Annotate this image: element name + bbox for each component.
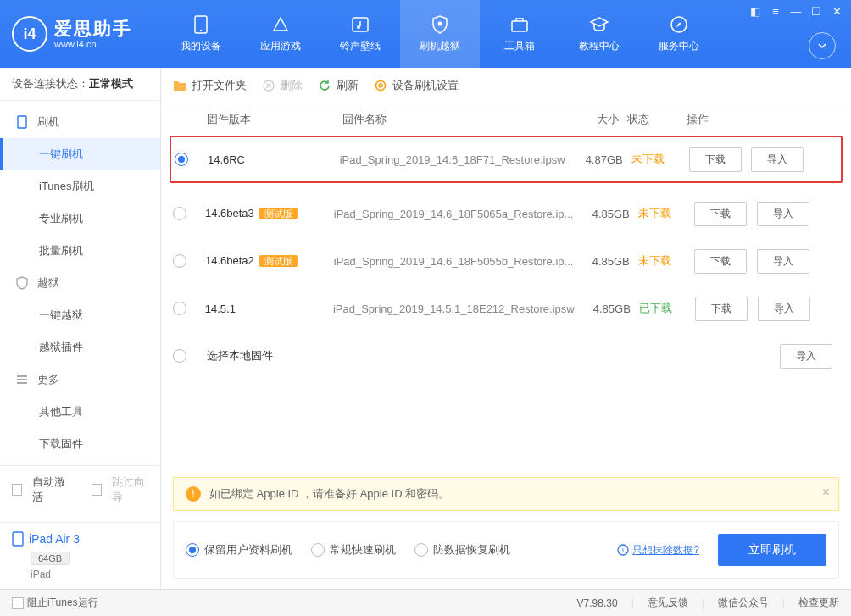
col-actions: 操作	[687, 112, 839, 127]
flash-now-button[interactable]: 立即刷机	[718, 534, 826, 566]
apps-icon	[270, 15, 291, 34]
footer-feedback[interactable]: 意见反馈	[648, 596, 688, 610]
toolbar-open-folder[interactable]: 打开文件夹	[173, 78, 247, 93]
dropdown-toggle[interactable]	[809, 32, 836, 59]
chevron-down-icon	[816, 40, 828, 52]
toolbar-refresh[interactable]: 刷新	[318, 78, 359, 93]
firmware-radio[interactable]	[173, 302, 186, 315]
erase-only-link[interactable]: i 只想抹除数据?	[617, 543, 699, 558]
nav-my-device[interactable]: 我的设备	[161, 0, 241, 68]
firmware-row[interactable]: 14.6beta3测试版 iPad_Spring_2019_14.6_18F50…	[173, 190, 839, 237]
nav-service[interactable]: 服务中心	[639, 0, 719, 68]
firmware-size: 4.85GB	[592, 255, 630, 268]
close-icon[interactable]: ×	[822, 485, 830, 500]
firmware-row[interactable]: 14.6RC iPad_Spring_2019_14.6_18F71_Resto…	[170, 136, 843, 183]
import-button[interactable]: 导入	[757, 249, 809, 274]
opt-anti-recovery[interactable]: 防数据恢复刷机	[414, 542, 510, 558]
svg-rect-5	[512, 21, 527, 31]
window-maximize-button[interactable]: ☐	[807, 3, 826, 19]
window-skin-button[interactable]: ◧	[746, 3, 765, 19]
window-minimize-button[interactable]: —	[787, 3, 805, 19]
import-button[interactable]: 导入	[757, 202, 809, 226]
sidebar-item-other-tools[interactable]: 其他工具	[0, 396, 160, 428]
window-close-button[interactable]: ✕	[827, 3, 846, 19]
skip-guide-label: 跳过向导	[112, 474, 148, 505]
download-button[interactable]: 下载	[694, 202, 747, 226]
import-button[interactable]: 导入	[780, 344, 832, 369]
toolbar-settings[interactable]: 设备刷机设置	[374, 78, 459, 93]
download-button[interactable]: 下载	[689, 147, 742, 172]
beta-badge: 测试版	[259, 208, 298, 219]
sidebar-item-batch-flash[interactable]: 批量刷机	[0, 235, 160, 267]
window-menu-button[interactable]: ≡	[766, 3, 785, 19]
auto-activate-checkbox[interactable]	[12, 484, 22, 496]
svg-rect-7	[18, 116, 26, 128]
import-button[interactable]: 导入	[751, 147, 804, 172]
music-icon	[350, 15, 370, 34]
firmware-row[interactable]: 14.5.1 iPad_Spring_2019_14.5.1_18E212_Re…	[173, 285, 839, 332]
device-info[interactable]: iPad Air 3 64GB iPad	[0, 522, 160, 589]
nav-apps[interactable]: 应用游戏	[241, 0, 320, 68]
firmware-version: 14.6beta2	[205, 254, 254, 267]
firmware-radio[interactable]	[175, 153, 188, 166]
import-button[interactable]: 导入	[758, 297, 810, 321]
firmware-size: 4.87GB	[586, 153, 623, 166]
brand-subtitle: www.i4.cn	[54, 39, 132, 50]
nav-flash[interactable]: 刷机越狱	[400, 0, 480, 68]
svg-point-4	[438, 21, 442, 25]
logo-icon: i4	[12, 16, 47, 52]
nav-toolbox[interactable]: 工具箱	[480, 0, 559, 68]
firmware-status: 已下载	[639, 302, 672, 314]
opt-normal[interactable]: 常规快速刷机	[311, 542, 396, 558]
firmware-row[interactable]: 14.6beta2测试版 iPad_Spring_2019_14.6_18F50…	[173, 237, 839, 285]
firmware-status: 未下载	[631, 153, 665, 165]
main-panel: 打开文件夹 删除 刷新 设备刷机设置 固件版本 固件名称 大小 状态 操作	[161, 68, 851, 589]
col-version: 固件版本	[207, 112, 342, 127]
delete-icon	[262, 79, 275, 92]
sidebar-group-more[interactable]: 更多	[0, 363, 160, 396]
sidebar-item-oneclick-flash[interactable]: 一键刷机	[0, 138, 160, 170]
firmware-radio[interactable]	[173, 207, 186, 220]
skip-guide-checkbox[interactable]	[92, 484, 102, 496]
warning-text: 如已绑定 Apple ID ，请准备好 Apple ID 和密码。	[209, 486, 449, 502]
firmware-row-local[interactable]: 选择本地固件 导入	[173, 332, 839, 380]
flash-options: 保留用户资料刷机 常规快速刷机 防数据恢复刷机 i 只想抹除数据? 立即刷机	[173, 521, 839, 579]
firmware-size: 4.85GB	[593, 302, 631, 315]
footer-wechat[interactable]: 微信公众号	[718, 596, 769, 610]
ipad-icon	[12, 531, 24, 547]
warning-icon: !	[186, 486, 201, 502]
beta-badge: 测试版	[259, 255, 298, 267]
firmware-filename: iPad_Spring_2019_14.6_18F5065a_Restore.i…	[334, 208, 574, 220]
sidebar-item-oneclick-jailbreak[interactable]: 一键越狱	[0, 299, 160, 331]
firmware-radio[interactable]	[173, 254, 186, 268]
refresh-icon	[318, 79, 331, 92]
svg-rect-8	[17, 375, 27, 377]
footer-update[interactable]: 检查更新	[798, 596, 839, 610]
more-icon	[15, 373, 29, 386]
folder-icon	[173, 79, 186, 92]
sidebar-item-pro-flash[interactable]: 专业刷机	[0, 203, 160, 235]
toolbar-delete[interactable]: 删除	[262, 78, 303, 93]
nav-tutorials[interactable]: 教程中心	[559, 0, 639, 68]
info-icon: i	[617, 544, 629, 556]
nav-ringtones[interactable]: 铃声壁纸	[320, 0, 400, 68]
sidebar-group-jailbreak[interactable]: 越狱	[0, 267, 160, 299]
table-header: 固件版本 固件名称 大小 状态 操作	[161, 103, 851, 136]
download-button[interactable]: 下载	[695, 297, 748, 321]
firmware-radio[interactable]	[173, 349, 186, 363]
sidebar-item-jailbreak-plugins[interactable]: 越狱插件	[0, 331, 160, 363]
sidebar-item-download-firmware[interactable]: 下载固件	[0, 428, 160, 460]
status-bar: 阻止iTunes运行 V7.98.30 | 意见反馈 | 微信公众号 | 检查更…	[0, 589, 851, 616]
firmware-filename: iPad_Spring_2019_14.6_18F71_Restore.ipsw	[340, 153, 565, 166]
gear-icon	[374, 79, 387, 92]
svg-rect-9	[17, 379, 27, 380]
compass-icon	[669, 15, 689, 34]
block-itunes-checkbox[interactable]: 阻止iTunes运行	[12, 596, 98, 610]
opt-keep-data[interactable]: 保留用户资料刷机	[186, 542, 292, 558]
shield-icon	[430, 15, 450, 34]
sidebar-group-flash[interactable]: 刷机	[0, 106, 160, 138]
top-nav: 我的设备 应用游戏 铃声壁纸 刷机越狱 工具箱 教程中心 服务中心	[161, 0, 719, 68]
sidebar-item-itunes-flash[interactable]: iTunes刷机	[0, 170, 160, 203]
download-button[interactable]: 下载	[694, 249, 747, 274]
sidebar: 设备连接状态：正常模式 刷机 一键刷机 iTunes刷机 专业刷机 批量刷机 越…	[0, 68, 161, 589]
